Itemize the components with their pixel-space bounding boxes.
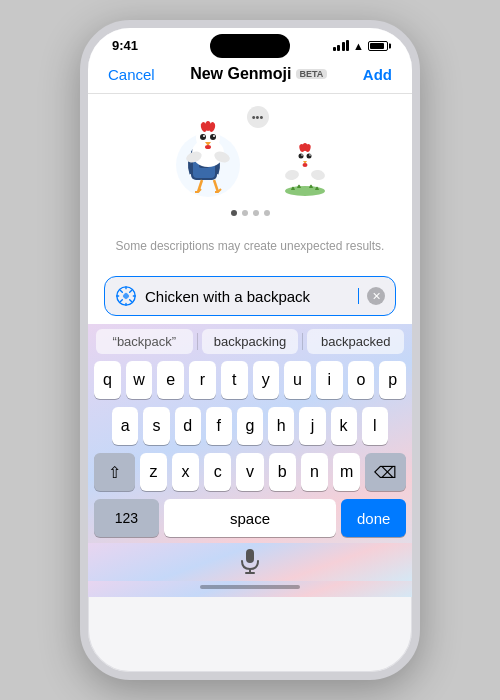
signal-bars-icon [333,40,350,51]
key-e[interactable]: e [157,361,184,399]
page-dot-3 [253,210,259,216]
keyboard-area: “backpack” backpacking backpacked q w e … [88,324,412,597]
svg-point-14 [203,135,205,137]
key-v[interactable]: v [236,453,263,491]
key-row-bottom: 123 space done [94,499,406,537]
dynamic-island [210,34,290,58]
svg-point-28 [309,154,311,156]
autocomplete-item-1[interactable]: “backpack” [96,329,193,354]
key-c[interactable]: c [204,453,231,491]
shift-key[interactable]: ⇧ [94,453,135,491]
key-z[interactable]: z [140,453,167,491]
status-time: 9:41 [112,38,138,53]
input-section: Chicken with a backpack ✕ [88,266,412,324]
emoji-preview-area: ••• [88,94,412,228]
key-row-3: ⇧ z x c v b n m ⌫ [94,453,406,491]
search-field[interactable]: Chicken with a backpack ✕ [104,276,396,316]
page-dot-2 [242,210,248,216]
add-button[interactable]: Add [363,66,392,83]
autocomplete-item-3[interactable]: backpacked [307,329,404,354]
svg-point-15 [213,135,215,137]
search-input[interactable]: Chicken with a backpack [145,288,349,305]
genmoji-icon [115,285,137,307]
home-indicator [88,581,412,597]
space-key[interactable]: space [164,499,337,537]
key-a[interactable]: a [112,407,138,445]
key-p[interactable]: p [379,361,406,399]
secondary-emoji-item [273,119,338,200]
key-g[interactable]: g [237,407,263,445]
svg-point-27 [301,154,303,156]
delete-key[interactable]: ⌫ [365,453,406,491]
keyboard: q w e r t y u i o p a s d f g h j [88,357,412,543]
key-m[interactable]: m [333,453,360,491]
warning-text: Some descriptions may create unexpected … [116,239,385,253]
key-w[interactable]: w [126,361,153,399]
key-u[interactable]: u [284,361,311,399]
mic-button[interactable] [236,547,264,575]
bottom-section [88,543,412,581]
svg-point-26 [306,154,311,159]
autocomplete-bar: “backpack” backpacking backpacked [88,324,412,357]
svg-point-25 [298,154,303,159]
page-dot-4 [264,210,270,216]
key-y[interactable]: y [253,361,280,399]
warning-section: Some descriptions may create unexpected … [88,228,412,266]
more-options-button[interactable]: ••• [247,106,269,128]
key-n[interactable]: n [301,453,328,491]
key-q[interactable]: q [94,361,121,399]
key-r[interactable]: r [189,361,216,399]
page-dots [231,210,270,216]
key-x[interactable]: x [172,453,199,491]
emoji-row: ••• [163,110,338,200]
svg-point-32 [285,186,325,196]
svg-rect-35 [246,549,254,563]
key-row-2: a s d f g h j k l [94,407,406,445]
nav-bar: Cancel New Genmoji BETA Add [88,57,412,94]
svg-point-13 [210,134,216,140]
white-chicken-svg [273,135,338,200]
autocomplete-item-2[interactable]: backpacking [202,329,299,354]
cancel-button[interactable]: Cancel [108,66,155,83]
chicken-backpack-svg [163,110,253,200]
done-key[interactable]: done [341,499,406,537]
battery-icon [368,41,388,51]
key-row-1: q w e r t y u i o p [94,361,406,399]
key-f[interactable]: f [206,407,232,445]
beta-badge: BETA [296,69,328,79]
home-bar [200,585,300,589]
key-i[interactable]: i [316,361,343,399]
svg-point-29 [302,163,307,167]
svg-point-12 [200,134,206,140]
key-j[interactable]: j [299,407,325,445]
key-h[interactable]: h [268,407,294,445]
key-d[interactable]: d [175,407,201,445]
svg-point-16 [205,145,211,149]
key-k[interactable]: k [331,407,357,445]
status-icons: ▲ [333,40,388,52]
key-b[interactable]: b [269,453,296,491]
mic-icon [239,547,261,575]
wifi-icon: ▲ [353,40,364,52]
main-emoji-item: ••• [163,110,253,200]
text-cursor [358,288,360,304]
key-o[interactable]: o [348,361,375,399]
nav-title-container: New Genmoji BETA [190,65,327,83]
key-s[interactable]: s [143,407,169,445]
page-dot-1 [231,210,237,216]
key-l[interactable]: l [362,407,388,445]
number-key[interactable]: 123 [94,499,159,537]
key-t[interactable]: t [221,361,248,399]
phone-frame: 9:41 ▲ Cancel New Genmoji BETA Add [80,20,420,680]
clear-button[interactable]: ✕ [367,287,385,305]
page-title: New Genmoji [190,65,291,83]
